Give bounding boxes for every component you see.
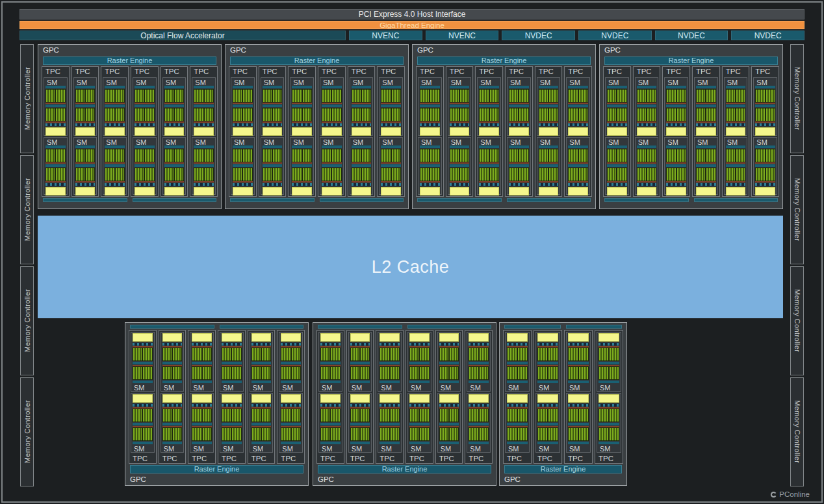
core-array-block <box>251 409 272 422</box>
sm-label: SM <box>539 79 559 85</box>
sm-label: SM <box>726 138 746 145</box>
core-array-half <box>322 90 331 102</box>
red-strip <box>322 181 342 183</box>
scheduler-strip <box>607 145 627 148</box>
rop-partition-bar <box>43 198 127 202</box>
scheduler-strip <box>439 381 459 383</box>
core-array-block <box>755 168 775 181</box>
core-array-half <box>647 90 656 102</box>
scheduler-strip <box>380 423 400 425</box>
cache-block <box>164 127 185 136</box>
scheduler-strip <box>409 362 430 364</box>
scheduler-strip <box>322 105 342 107</box>
scheduler-strip <box>568 423 589 425</box>
sm-block: SM <box>290 137 314 195</box>
scheduler-strip <box>537 362 558 364</box>
core-array-half <box>163 409 172 422</box>
core-array-half <box>508 348 517 360</box>
scheduler-strip <box>755 164 775 167</box>
core-array-block <box>507 347 528 361</box>
core-array-block <box>292 168 312 181</box>
core-array-half <box>303 168 311 181</box>
core-array-half <box>303 108 311 121</box>
texture-unit-strip <box>607 123 627 126</box>
optical-flow-label: Optical Flow Accelerator <box>140 31 224 40</box>
sm-label: SM <box>637 79 657 85</box>
cache-block <box>380 333 400 342</box>
core-array-block <box>539 149 559 162</box>
core-array-half <box>617 149 626 162</box>
sm-block: SM <box>231 137 255 195</box>
core-array-half <box>233 149 242 162</box>
tpc-label: TPC <box>505 454 530 463</box>
core-array-half <box>163 367 172 379</box>
core-array-half <box>56 108 64 121</box>
scheduler-strip <box>380 442 400 444</box>
sm-label: SM <box>637 138 657 145</box>
red-strip <box>292 121 312 123</box>
red-strip <box>755 121 775 123</box>
sm-label: SM <box>755 138 775 145</box>
sm-block: SM <box>162 77 187 136</box>
core-array-block <box>507 427 528 441</box>
texture-unit-strip <box>45 123 66 126</box>
texture-unit-strip <box>263 183 283 186</box>
cache-block <box>322 127 342 136</box>
core-array-half <box>163 348 172 360</box>
red-strip <box>726 181 746 183</box>
scheduler-strip <box>162 381 183 383</box>
core-array-block <box>469 427 489 441</box>
cache-block <box>292 127 312 136</box>
cache-block <box>45 187 66 195</box>
gigathread-engine-bar: GigaThread Engine <box>19 21 805 29</box>
cache-block <box>251 333 272 342</box>
sm-label: SM <box>75 138 96 145</box>
core-array-half <box>766 168 775 181</box>
cache-block <box>568 187 588 195</box>
core-array-block <box>568 149 588 162</box>
core-array-block <box>696 149 716 162</box>
texture-unit-strip <box>568 343 589 346</box>
red-strip <box>135 181 155 183</box>
core-array-half <box>509 168 518 181</box>
core-array-half <box>706 168 715 181</box>
core-array-block <box>696 89 716 103</box>
core-array-block <box>320 347 341 361</box>
core-array-half <box>321 409 329 422</box>
tpc-block: TPCSMSM <box>101 66 129 197</box>
tpc-block: TPCSMSM <box>377 66 405 197</box>
texture-unit-strip <box>568 183 588 186</box>
core-array-block <box>164 149 185 162</box>
core-array-block <box>509 89 529 103</box>
sm-label: SM <box>439 445 459 451</box>
core-array-block <box>350 427 370 441</box>
texture-unit-strip <box>539 123 559 126</box>
core-array-half <box>192 409 201 422</box>
scheduler-strip <box>568 442 589 444</box>
scheduler-strip <box>135 105 155 107</box>
red-strip <box>696 181 716 183</box>
gpc-block: GPCRaster EngineTPCSMSMTPCSMSMTPCSMSMTPC… <box>125 322 309 486</box>
core-array-half <box>440 367 448 379</box>
sm-block: SM <box>448 137 472 195</box>
cache-block <box>233 127 253 136</box>
red-strip <box>194 162 214 164</box>
core-array-block <box>539 108 559 121</box>
cache-block <box>75 187 96 195</box>
core-array-half <box>165 149 174 162</box>
core-array-half <box>450 428 458 440</box>
core-array-half <box>569 409 578 422</box>
core-array-half <box>292 428 300 440</box>
core-array-half <box>697 168 705 181</box>
red-strip <box>322 121 342 123</box>
tpc-label: TPC <box>190 454 214 463</box>
scheduler-strip <box>568 145 588 148</box>
red-strip <box>607 162 627 164</box>
core-array-block <box>263 149 283 162</box>
texture-unit-strip <box>696 183 716 186</box>
sm-label: SM <box>135 138 155 145</box>
texture-unit-strip <box>164 183 185 186</box>
red-strip <box>479 162 499 164</box>
core-array-half <box>243 149 251 162</box>
core-array-half <box>608 90 616 102</box>
